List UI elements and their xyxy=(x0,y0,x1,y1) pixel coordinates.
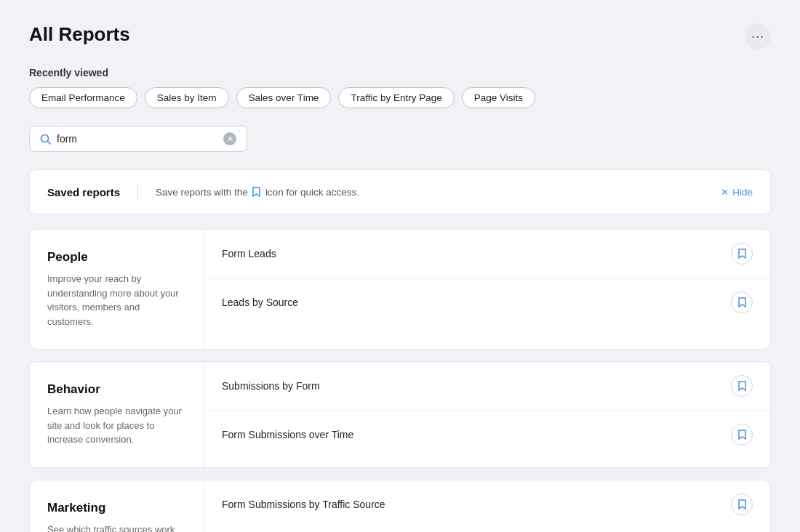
report-item-name: Leads by Source xyxy=(222,297,731,308)
report-item[interactable]: Submissions by Form xyxy=(204,362,770,411)
report-item[interactable]: Form Submissions over Time xyxy=(204,411,770,459)
svg-line-1 xyxy=(48,141,51,144)
card-items-marketing: Form Submissions by Traffic Source xyxy=(204,480,770,533)
bookmark-button[interactable] xyxy=(731,243,753,265)
report-card-marketing: MarketingSee which traffic sources work … xyxy=(29,480,771,533)
recently-viewed-item[interactable]: Page Visits xyxy=(462,87,535,108)
bookmark-button[interactable] xyxy=(731,493,753,515)
search-icon xyxy=(40,134,51,145)
card-category-desc: Learn how people navigate your site and … xyxy=(47,404,186,447)
search-input[interactable] xyxy=(57,133,223,145)
bookmark-inline-icon xyxy=(251,186,263,198)
recently-viewed-item[interactable]: Email Performance xyxy=(29,87,137,108)
saved-reports-desc-post: icon for quick access. xyxy=(265,187,359,198)
report-card-people: PeopleImprove your reach by understandin… xyxy=(29,229,771,350)
report-item-name: Form Leads xyxy=(222,248,731,259)
recently-viewed-label: Recently viewed xyxy=(29,67,771,78)
card-items-people: Form LeadsLeads by Source xyxy=(204,230,770,349)
card-sidebar-people: PeopleImprove your reach by understandin… xyxy=(30,230,204,349)
card-sidebar-marketing: MarketingSee which traffic sources work … xyxy=(30,480,204,533)
card-category-name: People xyxy=(47,250,186,265)
card-category-name: Behavior xyxy=(47,382,186,397)
page-title: All Reports xyxy=(29,23,130,46)
recently-viewed-item[interactable]: Sales over Time xyxy=(236,87,332,108)
saved-reports-description: Save reports with the icon for quick acc… xyxy=(156,186,359,198)
page-container: All Reports ··· Recently viewed Email Pe… xyxy=(0,0,800,532)
card-sidebar-behavior: BehaviorLearn how people navigate your s… xyxy=(30,362,204,467)
report-item-name: Form Submissions by Traffic Source xyxy=(222,499,731,510)
saved-reports-content: Saved reports Save reports with the icon… xyxy=(47,183,359,201)
report-card-behavior: BehaviorLearn how people navigate your s… xyxy=(29,361,771,468)
bookmark-button[interactable] xyxy=(731,375,753,397)
saved-reports-banner: Saved reports Save reports with the icon… xyxy=(29,169,771,214)
recently-viewed-item[interactable]: Sales by Item xyxy=(145,87,229,108)
card-category-desc: Improve your reach by understanding more… xyxy=(47,272,186,329)
report-cards-container: PeopleImprove your reach by understandin… xyxy=(29,229,771,532)
bookmark-button[interactable] xyxy=(731,424,753,446)
recently-viewed-section: Recently viewed Email PerformanceSales b… xyxy=(29,67,771,108)
page-header: All Reports ··· xyxy=(29,23,771,49)
card-items-behavior: Submissions by FormForm Submissions over… xyxy=(204,362,770,467)
vertical-divider xyxy=(137,183,138,201)
card-category-name: Marketing xyxy=(47,501,186,515)
hide-x-icon: ✕ xyxy=(721,187,729,198)
saved-reports-desc-pre: Save reports with the xyxy=(156,187,248,198)
recently-viewed-item[interactable]: Traffic by Entry Page xyxy=(338,87,454,108)
bookmark-button[interactable] xyxy=(731,291,753,313)
hide-saved-reports-button[interactable]: ✕ Hide xyxy=(721,187,753,198)
report-item[interactable]: Form Submissions by Traffic Source xyxy=(204,480,770,528)
card-category-desc: See which traffic sources work best for … xyxy=(47,523,186,533)
clear-search-button[interactable]: ✕ xyxy=(223,132,236,145)
report-item[interactable]: Form Leads xyxy=(204,230,770,278)
more-dots-icon: ··· xyxy=(751,29,764,44)
saved-reports-title: Saved reports xyxy=(47,186,120,198)
report-item-name: Submissions by Form xyxy=(222,380,731,392)
hide-label: Hide xyxy=(732,187,753,198)
more-options-button[interactable]: ··· xyxy=(745,23,771,49)
report-item[interactable]: Leads by Source xyxy=(204,278,770,326)
report-item-name: Form Submissions over Time xyxy=(222,429,731,440)
search-bar-container: ✕ xyxy=(29,126,247,152)
recently-viewed-list: Email PerformanceSales by ItemSales over… xyxy=(29,87,771,108)
